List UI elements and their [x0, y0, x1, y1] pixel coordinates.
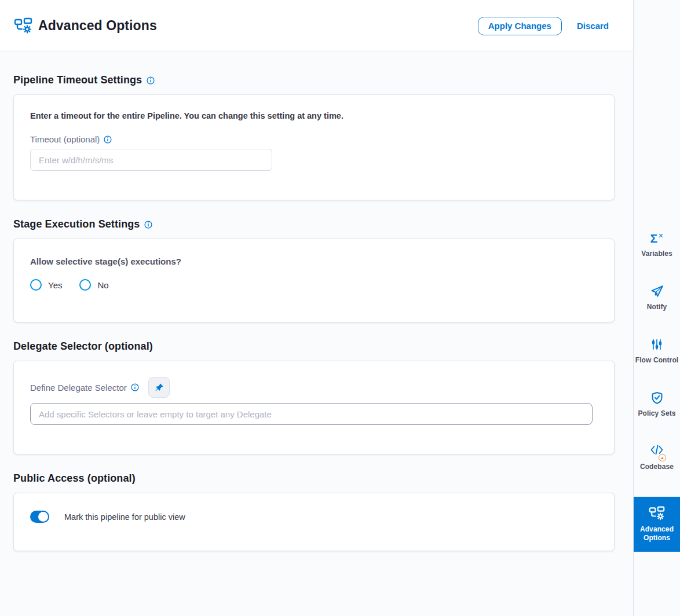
sidebar-item-label: Policy Sets — [638, 409, 675, 418]
info-icon[interactable] — [144, 221, 152, 229]
radio-circle-icon[interactable] — [30, 279, 42, 291]
sidebar-item-policy-sets[interactable]: Policy Sets — [634, 390, 680, 418]
radio-circle-icon[interactable] — [79, 279, 91, 291]
page-title: Advanced Options — [38, 18, 157, 34]
stage-execution-card: Allow selective stage(s) executions? Yes… — [13, 239, 615, 322]
info-icon[interactable] — [131, 383, 139, 391]
sidebar-item-label: Codebase — [640, 463, 674, 471]
section-heading-timeout: Pipeline Timeout Settings — [13, 74, 633, 86]
sidebar-item-variables[interactable]: Σ✕ Variables — [634, 230, 680, 258]
section-heading-delegate: Delegate Selector (optional) — [13, 340, 633, 353]
toggle-knob — [38, 512, 48, 522]
warning-badge-icon: ▲ — [659, 454, 666, 461]
discard-button[interactable]: Discard — [573, 19, 612, 33]
delegate-field-label: Define Delegate Selector — [30, 383, 139, 393]
timeout-description: Enter a timeout for the entire Pipeline.… — [30, 111, 598, 120]
sidebar-item-codebase[interactable]: ▲ Codebase — [634, 443, 680, 471]
public-view-toggle[interactable] — [30, 511, 49, 523]
paper-plane-icon — [650, 284, 664, 299]
sidebar-item-flow-control[interactable]: Flow Control — [634, 337, 680, 365]
sidebar-item-label: Flow Control — [635, 356, 679, 365]
apply-changes-button[interactable]: Apply Changes — [478, 17, 562, 35]
sidebar-item-advanced-options[interactable]: Advanced Options — [634, 497, 680, 552]
info-icon[interactable] — [147, 76, 155, 85]
delegate-selector-input[interactable] — [30, 403, 593, 425]
timeout-input[interactable] — [30, 149, 272, 171]
header: Advanced Options Apply Changes Discard — [0, 0, 633, 52]
timeout-field-label: Timeout (optional) — [30, 134, 598, 144]
pushpin-icon — [154, 383, 164, 393]
public-access-heading-text: Public Access (optional) — [13, 472, 136, 485]
radio-label-yes: Yes — [48, 280, 62, 290]
stage-execution-heading-text: Stage Execution Settings — [13, 218, 140, 230]
advanced-options-page: Advanced Options Apply Changes Discard P… — [0, 0, 680, 616]
delegate-label-text: Define Delegate Selector — [30, 383, 127, 393]
selective-stages-radio-group: Yes No — [30, 279, 598, 291]
delegate-heading-text: Delegate Selector (optional) — [13, 340, 153, 353]
public-view-toggle-label: Mark this pipeline for public view — [64, 512, 185, 522]
delegate-card: Define Delegate Selector — [13, 361, 615, 454]
public-access-card: Mark this pipeline for public view — [13, 493, 615, 551]
shield-check-icon — [650, 390, 664, 405]
section-heading-stage-execution: Stage Execution Settings — [13, 218, 633, 230]
radio-option-yes[interactable]: Yes — [30, 279, 62, 291]
content: Pipeline Timeout Settings Enter a timeou… — [0, 74, 633, 551]
timeout-label-text: Timeout (optional) — [30, 134, 100, 144]
sidebar-item-label: Advanced Options — [635, 525, 679, 542]
timeout-heading-text: Pipeline Timeout Settings — [13, 74, 142, 86]
section-heading-public-access: Public Access (optional) — [13, 472, 633, 485]
pipeline-gear-icon — [649, 506, 665, 521]
timeout-card: Enter a timeout for the entire Pipeline.… — [13, 94, 615, 200]
header-actions: Apply Changes Discard — [478, 17, 612, 35]
sliders-icon — [650, 337, 664, 352]
sidebar-item-notify[interactable]: Notify — [634, 284, 680, 311]
pipeline-gear-icon — [14, 17, 32, 35]
selective-stages-question: Allow selective stage(s) executions? — [30, 256, 598, 266]
radio-option-no[interactable]: No — [79, 279, 108, 291]
sidebar-item-label: Notify — [647, 303, 667, 311]
public-view-toggle-row: Mark this pipeline for public view — [30, 511, 598, 523]
sigma-x-icon: Σ✕ — [650, 230, 664, 245]
code-warning-icon: ▲ — [649, 443, 664, 459]
info-icon[interactable] — [104, 135, 112, 144]
sidebar-item-label: Variables — [641, 250, 672, 258]
main-panel: Advanced Options Apply Changes Discard P… — [0, 0, 633, 616]
pin-button[interactable] — [148, 377, 170, 398]
pipeline-settings-sidebar: Σ✕ Variables Notify — [633, 0, 680, 616]
radio-label-no: No — [97, 280, 108, 290]
delegate-label-row: Define Delegate Selector — [30, 377, 598, 398]
